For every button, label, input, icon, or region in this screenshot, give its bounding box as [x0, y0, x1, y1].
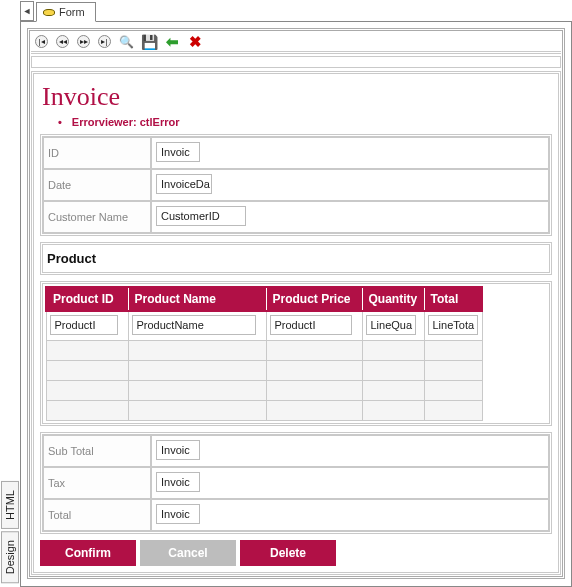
date-label: Date: [43, 169, 151, 201]
last-icon[interactable]: ▸|: [98, 35, 111, 48]
header-fields: ID Invoic Date InvoiceDa Customer Name C…: [40, 134, 552, 236]
page-title: Invoice: [42, 82, 552, 112]
cancel-button[interactable]: Cancel: [140, 540, 236, 566]
error-viewer: Errorviewer: ctlError: [58, 116, 552, 128]
table-row: ProductI ProductName ProductI LineQua Li…: [46, 311, 482, 341]
tab-label: Form: [59, 6, 85, 18]
subtotal-label: Sub Total: [43, 435, 151, 467]
delete-button[interactable]: Delete: [240, 540, 336, 566]
confirm-button[interactable]: Confirm: [40, 540, 136, 566]
spacer-bar: [31, 56, 561, 68]
first-icon[interactable]: |◂: [35, 35, 48, 48]
delete-icon[interactable]: ✖: [188, 34, 203, 49]
total-label: Total: [43, 499, 151, 531]
vtab-html[interactable]: HTML: [1, 481, 19, 529]
cell-product-name[interactable]: ProductName: [132, 315, 256, 335]
prev-icon[interactable]: ◂◂: [56, 35, 69, 48]
footer-fields: Sub Total Invoic Tax Invoic Total Invoic: [40, 432, 552, 534]
form-icon: [43, 9, 55, 16]
col-quantity[interactable]: Quantity: [362, 287, 424, 311]
col-product-price[interactable]: Product Price: [266, 287, 362, 311]
id-label: ID: [43, 137, 151, 169]
vtab-design[interactable]: Design: [1, 531, 19, 583]
subtotal-field[interactable]: Invoic: [156, 440, 200, 460]
cell-product-price[interactable]: ProductI: [270, 315, 352, 335]
product-grid: Product ID Product Name Product Price Qu…: [45, 286, 483, 421]
col-total[interactable]: Total: [424, 287, 482, 311]
tab-bar: ◄ Form: [20, 0, 572, 22]
customer-label: Customer Name: [43, 201, 151, 233]
save-icon[interactable]: 💾: [142, 34, 157, 49]
table-row: [46, 381, 482, 401]
total-field[interactable]: Invoic: [156, 504, 200, 524]
table-row: [46, 401, 482, 421]
date-field[interactable]: InvoiceDa: [156, 174, 212, 194]
back-icon[interactable]: ⬅: [165, 34, 180, 49]
cell-total[interactable]: LineTota: [428, 315, 478, 335]
table-row: [46, 341, 482, 361]
zoom-icon[interactable]: 🔍: [119, 34, 134, 49]
col-product-name[interactable]: Product Name: [128, 287, 266, 311]
id-field[interactable]: Invoic: [156, 142, 200, 162]
cell-product-id[interactable]: ProductI: [50, 315, 118, 335]
col-product-id[interactable]: Product ID: [46, 287, 128, 311]
tax-field[interactable]: Invoic: [156, 472, 200, 492]
customer-field[interactable]: CustomerID: [156, 206, 246, 226]
product-section-title: Product: [40, 242, 552, 275]
toolbar: |◂ ◂◂ ▸▸ ▸| 🔍 💾 ⬅ ✖: [31, 32, 561, 54]
tax-label: Tax: [43, 467, 151, 499]
tab-form[interactable]: Form: [36, 2, 96, 22]
table-row: [46, 361, 482, 381]
scroll-tabs-left-button[interactable]: ◄: [20, 1, 34, 21]
next-icon[interactable]: ▸▸: [77, 35, 90, 48]
cell-quantity[interactable]: LineQua: [366, 315, 416, 335]
